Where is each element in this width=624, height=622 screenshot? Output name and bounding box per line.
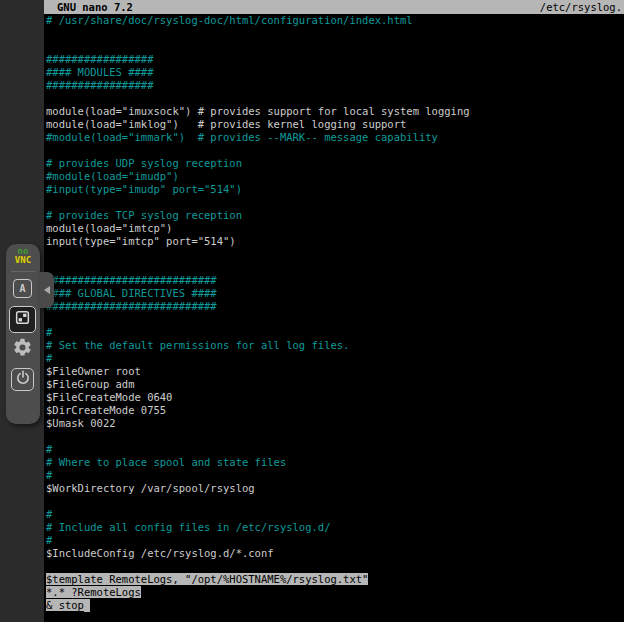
editor-line: #	[44, 352, 624, 365]
editor-line: module(load="imklog") # provides kernel …	[44, 118, 624, 131]
editor-line: #### MODULES ####	[44, 66, 624, 79]
editor-line: $Umask 0022	[44, 417, 624, 430]
a-key-icon: A	[19, 283, 25, 294]
editor-line	[44, 430, 624, 443]
settings-button[interactable]	[11, 338, 34, 361]
editor-line: ###########################	[44, 300, 624, 313]
power-disconnect-button[interactable]	[11, 368, 34, 391]
editor-line: module(load="imtcp")	[44, 222, 624, 235]
editor-line: $FileGroup adm	[44, 378, 624, 391]
editor-line: input(type="imtcp" port="514")	[44, 235, 624, 248]
nano-editor-text-area[interactable]: # /usr/share/doc/rsyslog-doc/html/config…	[44, 14, 624, 622]
editor-line: #### GLOBAL DIRECTIVES ####	[44, 287, 624, 300]
text-cursor	[84, 599, 90, 612]
novnc-logo-vnc: VNC	[6, 256, 40, 265]
gear-icon	[12, 337, 33, 362]
editor-line: $FileCreateMode 0640	[44, 391, 624, 404]
editor-line: #	[44, 469, 624, 482]
nano-version-label: GNU nano 7.2	[57, 0, 133, 14]
editor-line: #	[44, 534, 624, 547]
editor-line: #module(load="imudp")	[44, 170, 624, 183]
editor-line: #module(load="immark") # provides --MARK…	[44, 131, 624, 144]
editor-line: *.* ?RemoteLogs	[44, 586, 624, 599]
editor-line: $template RemoteLogs, "/opt/%HOSTNAME%/r…	[44, 573, 624, 586]
editor-line: # /usr/share/doc/rsyslog-doc/html/config…	[44, 14, 624, 27]
editor-line: # Set the default permissions for all lo…	[44, 339, 624, 352]
novnc-logo: no VNC	[6, 247, 40, 265]
editor-line	[44, 313, 624, 326]
editor-line: $DirCreateMode 0755	[44, 404, 624, 417]
editor-line: # Where to place spool and state files	[44, 456, 624, 469]
panel-collapse-handle[interactable]	[40, 272, 54, 308]
editor-line	[44, 495, 624, 508]
editor-line: #input(type="imudp" port="514")	[44, 183, 624, 196]
nano-titlebar: GNU nano 7.2 /etc/rsyslog.	[44, 0, 624, 14]
editor-line	[44, 196, 624, 209]
editor-line: #################	[44, 79, 624, 92]
editor-line: & stop	[44, 599, 624, 612]
chevron-left-icon	[44, 286, 50, 294]
editor-line	[44, 27, 624, 40]
editor-line: #	[44, 443, 624, 456]
editor-line: module(load="imuxsock") # provides suppo…	[44, 105, 624, 118]
editor-line	[44, 144, 624, 157]
novnc-control-panel: no VNC A	[6, 244, 40, 424]
novnc-screen: GNU nano 7.2 /etc/rsyslog. # /usr/share/…	[0, 0, 624, 622]
editor-line: # provides UDP syslog reception	[44, 157, 624, 170]
editor-line: $IncludeConfig /etc/rsyslog.d/*.conf	[44, 547, 624, 560]
editor-line: $FileOwner root	[44, 365, 624, 378]
editor-line: #	[44, 326, 624, 339]
editor-line	[44, 560, 624, 573]
editor-line: # provides TCP syslog reception	[44, 209, 624, 222]
editor-line: $WorkDirectory /var/spool/rsyslog	[44, 482, 624, 495]
panel-divider	[11, 271, 35, 272]
editor-lines: # /usr/share/doc/rsyslog-doc/html/config…	[44, 14, 624, 612]
editor-line	[44, 261, 624, 274]
power-icon	[15, 370, 31, 390]
editor-line: ###########################	[44, 274, 624, 287]
extra-keys-button[interactable]: A	[13, 279, 32, 298]
fullscreen-button[interactable]	[9, 306, 36, 333]
editor-line	[44, 248, 624, 261]
nano-filename-label: /etc/rsyslog.	[540, 0, 622, 14]
editor-line: # Include all config files in /etc/rsysl…	[44, 521, 624, 534]
fullscreen-icon	[14, 309, 31, 330]
editor-line	[44, 40, 624, 53]
editor-line: #################	[44, 53, 624, 66]
editor-line	[44, 92, 624, 105]
editor-line: #	[44, 508, 624, 521]
